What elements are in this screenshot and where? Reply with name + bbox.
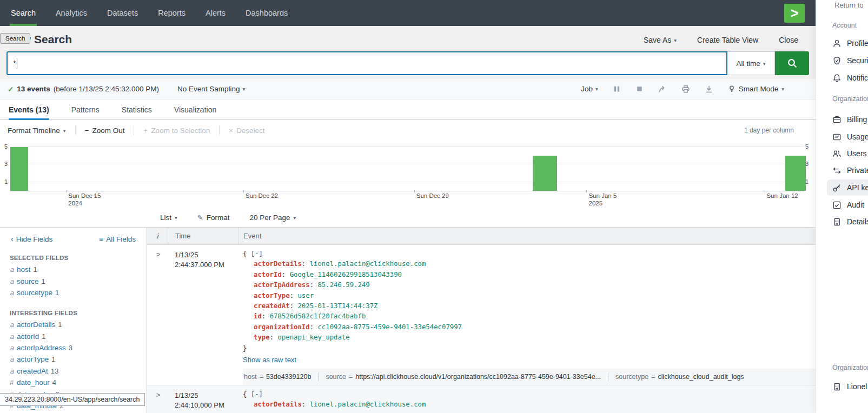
create-table-view-button[interactable]: Create Table View (697, 36, 758, 44)
timeline-bar[interactable] (533, 156, 558, 191)
pause-icon (613, 85, 621, 93)
tab-events[interactable]: Events (13) (9, 99, 49, 119)
field-item-actorType[interactable]: aactorType1 (0, 354, 147, 365)
menu-item-notifications[interactable]: Notifications (827, 70, 868, 86)
event-sourcetype-field[interactable]: sourcetype=clickhouse_cloud_audit_logs (615, 373, 744, 381)
user-icon (832, 39, 842, 48)
event-sampling-dropdown[interactable]: No Event Sampling▾ (177, 85, 245, 93)
json-field-row: type: openapi_key_update (243, 332, 816, 343)
timeline-ylabels-left: 135 (0, 144, 8, 190)
event-host-field[interactable]: host=53de4339120b (243, 373, 311, 381)
timeline-plot[interactable] (10, 144, 804, 191)
all-fields-button[interactable]: ≡ All Fields (99, 235, 136, 243)
billing-icon (832, 115, 842, 124)
search-query-text: * (13, 59, 16, 68)
close-button[interactable]: Close (779, 36, 798, 44)
hide-fields-button[interactable]: ‹ Hide Fields (11, 235, 52, 243)
caret-down-icon: ▾ (674, 37, 677, 43)
menu-item-api-keys[interactable]: API keys (827, 179, 868, 196)
per-page-dropdown[interactable]: 20 Per Page▾ (249, 214, 296, 222)
menu-item-audit[interactable]: Audit (827, 197, 868, 213)
x-axis-tick (243, 190, 244, 192)
tab-statistics[interactable]: Statistics (122, 99, 152, 119)
x-axis-label: Sun Dec 152024 (68, 192, 101, 207)
stop-button[interactable] (635, 85, 644, 93)
event-expander[interactable]: > (147, 245, 168, 385)
save-as-button[interactable]: Save As▾ (644, 36, 677, 44)
return-to-link[interactable]: Return to (834, 1, 863, 9)
field-item-host[interactable]: ahost1 (0, 264, 147, 275)
list-view-dropdown[interactable]: List▾ (160, 214, 177, 222)
results-tabs: Events (13) Patterns Statistics Visualiz… (0, 99, 816, 120)
field-item-actorId[interactable]: aactorId1 (0, 331, 147, 342)
field-item-sourcetype[interactable]: asourcetype1 (0, 287, 147, 298)
y-axis-label: 3 (805, 161, 813, 167)
nav-item-dashboards[interactable]: Dashboards (244, 0, 289, 26)
pause-button[interactable] (613, 85, 621, 93)
export-button[interactable] (705, 85, 713, 94)
nav-item-search[interactable]: Search (10, 0, 37, 26)
caret-down-icon: ▾ (781, 86, 784, 92)
menu-item-billing[interactable]: Billing (827, 111, 868, 128)
field-type-prefix: a (10, 355, 17, 363)
field-item-actorDetails[interactable]: aactorDetails1 (0, 319, 147, 330)
caret-down-icon: ▾ (294, 215, 296, 221)
show-raw-text-link[interactable]: Show as raw text (243, 356, 296, 364)
collapse-json-link[interactable]: [-] (251, 250, 263, 257)
zoom-out-button[interactable]: −Zoom Out (76, 126, 134, 135)
time-range-picker[interactable]: All time ▾ (727, 51, 775, 75)
format-timeline-dropdown[interactable]: Format Timeline▾ (8, 126, 75, 135)
audit-icon (832, 201, 842, 210)
menu-item-security[interactable]: Security (827, 52, 868, 69)
json-field-row: actorId: Google_114602629918513043390 (243, 270, 816, 280)
event-body: { [-] actorDetails: lionel.palacin@click… (238, 245, 816, 385)
timeline-bar[interactable] (785, 156, 806, 191)
search-query-input[interactable]: * (6, 51, 727, 75)
collapse-json-link[interactable]: [-] (251, 390, 263, 398)
format-button[interactable]: ✎Format (197, 214, 230, 222)
plus-icon: + (143, 126, 148, 135)
users-icon (832, 149, 842, 158)
y-axis-label: 5 (0, 143, 8, 150)
print-button[interactable] (681, 85, 690, 94)
bell-icon (832, 74, 842, 83)
timeline-controls: Format Timeline▾ −Zoom Out +Zoom to Sele… (0, 121, 816, 140)
field-item-date_hour[interactable]: #date_hour4 (0, 377, 147, 388)
json-field-row: actorDetails: lionel.palacin@clickhouse.… (243, 259, 816, 269)
field-item-actorIpAddress[interactable]: aactorIpAddress3 (0, 342, 147, 354)
menu-item-users[interactable]: Users (827, 145, 868, 162)
nav-item-reports[interactable]: Reports (157, 0, 187, 26)
share-button[interactable] (658, 85, 667, 94)
job-dropdown[interactable]: Job▾ (581, 85, 598, 93)
caret-down-icon: ▾ (243, 86, 246, 92)
event-expander[interactable]: > (147, 385, 168, 413)
tab-patterns[interactable]: Patterns (71, 99, 100, 119)
menu-item-usage[interactable]: Usage (827, 129, 868, 145)
json-field-row: organizationId: cc1092aa-8775-459e-9401-… (243, 322, 816, 332)
zoom-to-selection-button[interactable]: +Zoom to Selection (134, 126, 219, 135)
print-icon (681, 85, 690, 94)
field-item-createdAt[interactable]: acreatedAt13 (0, 365, 147, 377)
smart-mode-dropdown[interactable]: Smart Mode ▾ (728, 85, 784, 93)
event-source-field[interactable]: source=https://api.clickhouse.cloud/v1/o… (326, 373, 601, 381)
app-logo[interactable]: > (784, 4, 805, 23)
nav-item-alerts[interactable]: Alerts (204, 0, 227, 26)
field-type-prefix: # (10, 378, 17, 387)
field-type-prefix: a (10, 321, 17, 329)
share-icon (658, 85, 667, 94)
timeline-bar[interactable] (10, 147, 28, 191)
tab-visualization[interactable]: Visualization (174, 99, 216, 119)
pencil-icon: ✎ (197, 214, 203, 222)
nav-item-datasets[interactable]: Datasets (106, 0, 139, 26)
field-item-source[interactable]: asource1 (0, 275, 147, 287)
menu-item-profile[interactable]: Profile (827, 35, 868, 51)
menu-item-organization-lionel[interactable]: Lionel (827, 378, 868, 395)
search-header: New Search Save As▾ Create Table View Cl… (0, 26, 816, 79)
deselect-button[interactable]: ×Deselect (220, 126, 274, 135)
search-submit-button[interactable] (775, 51, 809, 75)
menu-item-details[interactable]: Details (827, 214, 868, 230)
x-axis-label: Sun Dec 29 (416, 192, 449, 200)
event-timestamp: 1/13/25 2:44:10.000 PM (168, 385, 238, 413)
nav-item-analytics[interactable]: Analytics (55, 0, 88, 26)
menu-item-private[interactable]: Private (827, 162, 868, 178)
